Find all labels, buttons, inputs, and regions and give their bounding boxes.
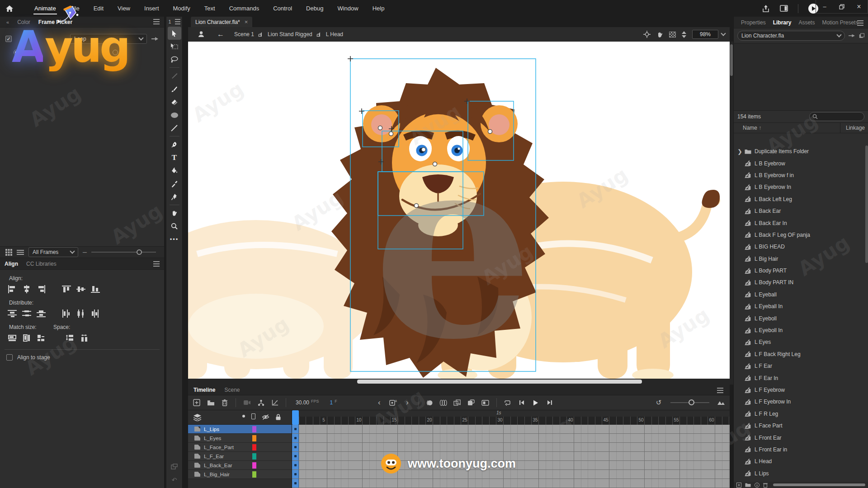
distribute-hcenter-button[interactable]: [75, 309, 87, 319]
layer-name[interactable]: L_F_Ear: [204, 454, 224, 459]
minimize-button[interactable]: –: [816, 0, 833, 13]
library-hscrollbar[interactable]: [773, 483, 865, 486]
menu-item[interactable]: File: [69, 0, 80, 16]
previous-keyframe-button[interactable]: ‹: [374, 398, 384, 408]
library-linkage-column[interactable]: Linkage: [846, 125, 865, 131]
text-tool[interactable]: T: [168, 151, 181, 164]
play-button[interactable]: [531, 398, 541, 408]
frame-picker-checkbox[interactable]: ✓: [5, 36, 12, 42]
library-item-row[interactable]: ❯ L Front Ear in: [734, 444, 865, 455]
asset-warp-pin-tool[interactable]: [168, 190, 181, 203]
new-library-panel-icon[interactable]: [859, 33, 864, 39]
tab-color[interactable]: Color: [17, 19, 30, 25]
layer-frames-row[interactable]: [292, 470, 730, 479]
new-symbol-button[interactable]: [736, 483, 741, 488]
zoom-dropdown-icon[interactable]: [721, 31, 726, 36]
tab-cc-libraries[interactable]: CC Libraries: [26, 261, 57, 267]
library-item-row[interactable]: ❯ L Big Hair: [734, 253, 865, 265]
subselection-tool[interactable]: [168, 40, 181, 53]
align-left-button[interactable]: [6, 284, 18, 294]
timeline-zoom-slider[interactable]: [670, 402, 709, 403]
oval-tool[interactable]: [168, 108, 181, 122]
auto-keyframe-button[interactable]: A: [388, 398, 398, 408]
distribute-vcenter-button[interactable]: [21, 309, 33, 319]
outline-column-icon[interactable]: [251, 413, 255, 419]
layer-color-swatch[interactable]: [252, 462, 256, 469]
new-layer-button[interactable]: [192, 398, 202, 408]
library-item-row[interactable]: ❯ L Lips: [734, 468, 865, 479]
item-properties-button[interactable]: [755, 483, 760, 488]
stage-horizontal-scrollbar[interactable]: [188, 379, 730, 385]
keyframe-cell[interactable]: [292, 443, 299, 451]
stage-vertical-scrollbar[interactable]: [730, 42, 733, 385]
tab-frame-picker[interactable]: Frame Picker: [38, 19, 72, 25]
panel-menu-icon[interactable]: [857, 20, 863, 26]
layer-color-swatch[interactable]: [252, 471, 256, 478]
layer-frames-row[interactable]: [292, 434, 730, 443]
back-arrow-icon[interactable]: ←: [217, 30, 224, 38]
align-vcenter-button[interactable]: [75, 284, 87, 294]
timeline-layer-row[interactable]: L_Lips: [188, 425, 292, 434]
layer-frames-row[interactable]: [292, 425, 730, 434]
rotate-hand-icon[interactable]: [656, 31, 663, 38]
more-tools-button[interactable]: •••: [168, 233, 181, 246]
panel-menu-icon[interactable]: [153, 19, 160, 24]
menu-item[interactable]: Commands: [228, 0, 260, 16]
library-item-row[interactable]: ❯ L F Eyebrow In: [734, 396, 865, 408]
breadcrumb-symbol[interactable]: Lion Stand Rigged: [268, 31, 312, 38]
list-view-icon[interactable]: [17, 249, 24, 255]
new-folder-button[interactable]: [745, 483, 751, 487]
undo-icon[interactable]: ↶: [168, 473, 181, 486]
onion-skin-outlines-button[interactable]: [439, 398, 448, 408]
space-horizontal-button[interactable]: [79, 333, 90, 343]
tab-align[interactable]: Align: [5, 261, 18, 267]
toolstrip-menu-icon[interactable]: [175, 19, 180, 24]
tab-properties[interactable]: Properties: [741, 19, 766, 26]
menu-item[interactable]: Insert: [143, 0, 160, 16]
loop-button[interactable]: [503, 398, 513, 408]
library-item-row[interactable]: ❯ L F Back Right Leg: [734, 348, 865, 360]
library-item-row[interactable]: ❯ L F Ear In: [734, 372, 865, 384]
layer-color-swatch[interactable]: [252, 426, 256, 432]
lock-column-icon[interactable]: [275, 414, 281, 420]
delete-item-button[interactable]: [763, 483, 768, 488]
reset-timeline-zoom-button[interactable]: ↺: [654, 398, 664, 408]
layer-name[interactable]: L_Back_Ear: [204, 463, 232, 468]
playhead[interactable]: [292, 410, 299, 425]
library-item-row[interactable]: ❯ L Back Ear In: [734, 217, 865, 229]
layer-name[interactable]: L_Face_Part: [204, 445, 234, 450]
collapse-panel-icon[interactable]: «: [6, 19, 9, 25]
hand-tool[interactable]: [168, 206, 181, 220]
library-item-row[interactable]: ❯ L F Eyebrow: [734, 384, 865, 396]
tab-scene[interactable]: Scene: [224, 387, 240, 393]
delete-layer-button[interactable]: [220, 398, 230, 408]
distribute-left-button[interactable]: [61, 309, 72, 319]
next-keyframe-button[interactable]: ›: [402, 398, 412, 408]
menu-item[interactable]: View: [117, 0, 131, 16]
keyframe-cell[interactable]: [292, 425, 299, 433]
layer-frames-row[interactable]: [292, 443, 730, 452]
frame-radio[interactable]: [14, 50, 19, 55]
keyframe-cell[interactable]: [292, 479, 299, 488]
align-right-button[interactable]: [35, 284, 47, 294]
library-item-row[interactable]: ❯ L Eyeball: [734, 289, 865, 300]
library-item-row[interactable]: ❯ L B Eyebrow f in: [734, 169, 865, 181]
distribute-top-button[interactable]: [6, 309, 18, 319]
match-height-button[interactable]: [21, 333, 33, 343]
lasso-tool[interactable]: [168, 53, 181, 66]
library-item-row[interactable]: ❯ L Eyes: [734, 336, 865, 348]
library-item-row[interactable]: ❯ Duplicate Items Folder: [734, 145, 865, 157]
breadcrumb-current-symbol[interactable]: L Head: [326, 31, 343, 38]
layer-name[interactable]: L_Eyes: [204, 436, 221, 441]
library-item-row[interactable]: ❯ L Eyeball In: [734, 300, 865, 312]
space-vertical-button[interactable]: [64, 333, 76, 343]
library-item-row[interactable]: ❯ L F R Leg: [734, 408, 865, 420]
last-frame-radio[interactable]: [113, 50, 118, 55]
distribute-right-button[interactable]: [90, 309, 101, 319]
library-item-row[interactable]: ❯ L Head: [734, 455, 865, 467]
menu-item[interactable]: Edit: [93, 0, 104, 16]
match-width-button[interactable]: [6, 333, 18, 343]
zoom-tool[interactable]: [168, 220, 181, 233]
layer-name[interactable]: L_Lips: [204, 427, 219, 432]
layer-color-swatch[interactable]: [252, 444, 256, 450]
